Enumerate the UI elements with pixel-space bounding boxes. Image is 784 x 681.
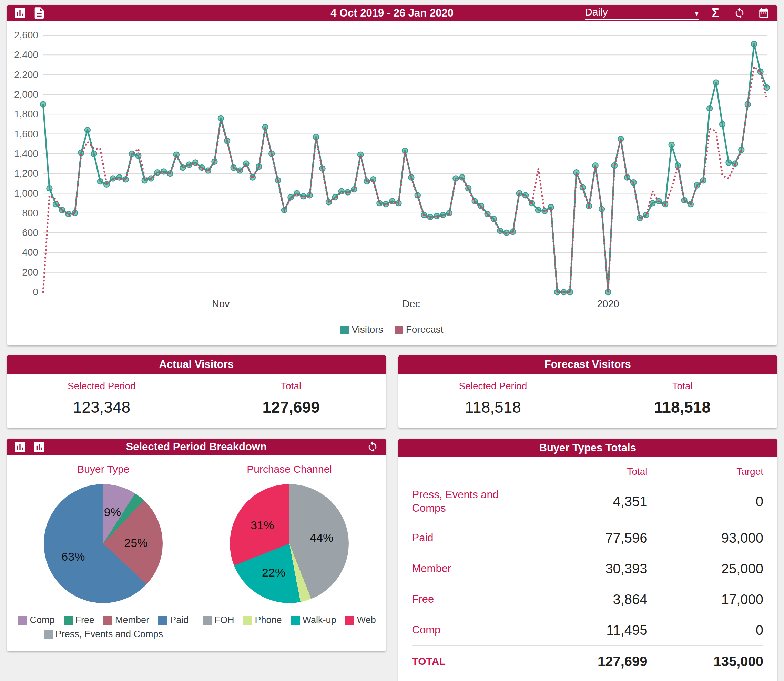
legend-swatch [345, 616, 354, 625]
pie-title: Purchase Channel [247, 463, 332, 475]
row-total: 77,596 [531, 523, 647, 553]
refresh-icon[interactable] [732, 6, 747, 21]
buyer-types-totals-table: Total Target Press, Events and Comps 4,3… [412, 457, 763, 677]
selected-period-breakdown-card: Selected Period Breakdown Buyer Type 9%2… [7, 439, 386, 651]
table-row: Comp 11,495 0 [412, 615, 763, 646]
row-label: Press, Events and Comps [412, 481, 532, 523]
pie-slice-label: 44% [310, 531, 333, 545]
target-column-header: Target [648, 457, 763, 481]
svg-text:2,200: 2,200 [14, 69, 38, 80]
pie-slice-label: 9% [104, 505, 121, 519]
line-chart-area: 02004006008001,0001,2001,4001,6001,8002,… [7, 21, 777, 345]
total-row-target: 135,000 [648, 646, 763, 677]
bar-chart-icon[interactable] [32, 439, 46, 455]
legend-swatch [395, 326, 403, 334]
calendar-icon[interactable] [756, 6, 771, 21]
pie-slice-label: 31% [251, 519, 274, 532]
table-row: Paid 77,596 93,000 [412, 523, 763, 553]
actual-total-value: 127,699 [196, 398, 386, 417]
empty-header-cell [412, 457, 532, 481]
legend-swatch [291, 616, 300, 625]
pie-legend-item-walk-up[interactable]: Walk-up [291, 615, 336, 626]
chart-legend: VisitorsForecast [10, 318, 774, 344]
svg-text:1,600: 1,600 [14, 128, 38, 139]
row-total: 30,393 [531, 553, 647, 584]
sigma-icon[interactable]: Σ [708, 6, 723, 21]
svg-text:800: 800 [22, 207, 38, 218]
refresh-icon[interactable] [365, 440, 380, 454]
total-column-header: Total [531, 457, 647, 481]
legend-swatch [340, 326, 349, 334]
legend-item-visitors[interactable]: Visitors [340, 324, 383, 335]
svg-text:2,400: 2,400 [14, 49, 38, 60]
pie-legend-item-press-events-and-comps[interactable]: Press, Events and Comps [44, 629, 163, 640]
row-label: Free [412, 584, 532, 615]
period-select[interactable]: Daily ▾ [585, 6, 699, 20]
svg-text:2,000: 2,000 [14, 89, 38, 100]
bar-chart-icon[interactable] [13, 439, 27, 455]
period-select-value: Daily [585, 6, 608, 18]
svg-text:0: 0 [33, 287, 38, 297]
row-target: 25,000 [648, 553, 763, 584]
svg-text:Dec: Dec [403, 298, 420, 309]
actual-visitors-card: Actual Visitors Selected Period 123,348 … [7, 355, 386, 428]
visitors-forecast-line-chart[interactable]: 02004006008001,0001,2001,4001,6001,8002,… [10, 25, 774, 318]
pie-block-purchase-channel: Purchase Channel 44%22%31% FOH Phone Wal… [196, 463, 383, 648]
legend-swatch [203, 616, 212, 625]
forecast-total-value: 118,518 [588, 398, 777, 417]
buyer-types-totals-card: Buyer Types Totals Total Target Press, E… [398, 439, 778, 681]
visitors-chart-panel: 4 Oct 2019 - 26 Jan 2020 Daily ▾ Σ 02004… [7, 5, 777, 345]
row-target: 93,000 [648, 523, 763, 553]
pie-legend-item-paid[interactable]: Paid [158, 615, 188, 626]
actual-selected-period-label: Selected Period [7, 381, 196, 392]
pie-legend-item-free[interactable]: Free [64, 615, 95, 626]
pie-legend: FOH Phone Walk-up Web [203, 615, 376, 626]
svg-text:200: 200 [22, 267, 38, 277]
table-row: Free 3,864 17,000 [412, 584, 763, 615]
legend-item-forecast[interactable]: Forecast [395, 324, 444, 335]
svg-text:2020: 2020 [597, 298, 619, 309]
row-total: 4,351 [531, 481, 647, 523]
forecast-visitors-card: Forecast Visitors Selected Period 118,51… [398, 355, 778, 428]
svg-text:Nov: Nov [212, 298, 230, 309]
pie-legend-item-comp[interactable]: Comp [18, 615, 55, 626]
total-row-label: TOTAL [412, 646, 532, 677]
pie-slice-label: 22% [262, 566, 285, 579]
svg-text:1,800: 1,800 [14, 109, 38, 119]
svg-text:1,400: 1,400 [14, 148, 38, 159]
chevron-down-icon: ▾ [695, 9, 699, 18]
breakdown-title: Selected Period Breakdown [7, 441, 386, 453]
svg-text:1,200: 1,200 [14, 168, 38, 179]
svg-text:2,600: 2,600 [14, 30, 38, 40]
table-total-row: TOTAL 127,699 135,000 [412, 646, 763, 677]
legend-swatch [64, 616, 73, 625]
pie-slice-label: 25% [124, 536, 147, 550]
pie-legend-item-member[interactable]: Member [103, 615, 149, 626]
row-label: Comp [412, 615, 532, 646]
pie-legend-item-phone[interactable]: Phone [243, 615, 282, 626]
pie-legend-item-foh[interactable]: FOH [203, 615, 234, 626]
legend-swatch [103, 616, 112, 625]
pie-slice-label: 63% [61, 550, 85, 564]
pie-legend-item-web[interactable]: Web [345, 615, 376, 626]
forecast-selected-period-value: 118,518 [398, 398, 588, 417]
forecast-total-label: Total [588, 381, 777, 392]
pie-legend: Comp Free Member Paid Press, Events and … [14, 615, 193, 640]
row-total: 11,495 [531, 615, 647, 646]
report-icon[interactable] [32, 6, 46, 21]
table-row: Press, Events and Comps 4,351 0 [412, 481, 763, 523]
row-label: Member [412, 553, 532, 584]
table-row: Member 30,393 25,000 [412, 553, 763, 584]
svg-text:600: 600 [22, 227, 38, 238]
total-row-total: 127,699 [531, 646, 647, 677]
chart-panel-header: 4 Oct 2019 - 26 Jan 2020 Daily ▾ Σ [7, 5, 777, 21]
bar-chart-icon[interactable] [13, 6, 27, 21]
row-total: 3,864 [531, 584, 647, 615]
actual-visitors-title: Actual Visitors [7, 355, 386, 374]
forecast-visitors-title: Forecast Visitors [398, 355, 778, 374]
breakdown-header: Selected Period Breakdown [7, 439, 386, 455]
svg-text:400: 400 [22, 247, 38, 258]
row-target: 0 [648, 615, 763, 646]
pie-title: Buyer Type [77, 463, 129, 475]
breakdown-pies: Buyer Type 9%25%63% Comp Free Member Pai… [7, 455, 386, 651]
